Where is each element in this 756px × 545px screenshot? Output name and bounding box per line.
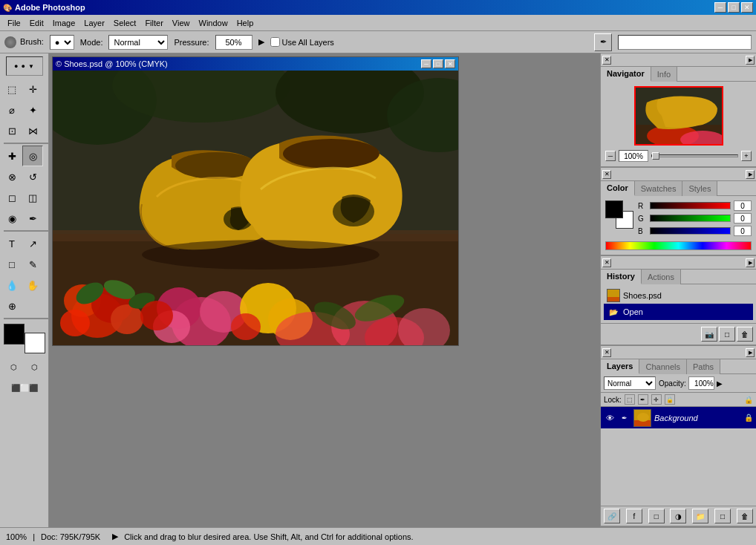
nav-zoom-slider-thumb[interactable]: [652, 152, 659, 160]
hand-tool[interactable]: ✋: [22, 275, 43, 296]
history-item-open[interactable]: 📂 Open: [604, 304, 753, 320]
layer-visibility-btn[interactable]: 👁: [604, 412, 616, 424]
brush-size-display[interactable]: ● ● ▼: [6, 56, 43, 76]
pressure-input[interactable]: [215, 35, 252, 50]
layers-close-btn[interactable]: ✕: [602, 348, 611, 357]
dodge-tool[interactable]: ◉: [1, 208, 22, 229]
new-layer-btn[interactable]: □: [714, 509, 731, 523]
color-spectrum[interactable]: [605, 241, 752, 250]
use-all-layers-checkbox[interactable]: [270, 37, 280, 47]
document-image[interactable]: [53, 71, 458, 345]
navigator-menu-btn[interactable]: ▶: [746, 56, 755, 65]
mode-select[interactable]: Normal: [108, 35, 168, 50]
history-menu-btn[interactable]: ▶: [746, 258, 755, 267]
tab-history[interactable]: History: [601, 270, 642, 284]
shape-tool[interactable]: □: [1, 254, 22, 275]
menu-filter[interactable]: Filter: [140, 17, 167, 29]
layer-mask-btn[interactable]: □: [648, 509, 665, 523]
pen-tool[interactable]: ✒: [22, 208, 43, 229]
healing-tool[interactable]: ✚: [1, 146, 22, 166]
g-input[interactable]: [734, 213, 752, 223]
nav-zoom-in-btn[interactable]: +: [741, 151, 752, 161]
tab-actions[interactable]: Actions: [642, 270, 681, 284]
minimize-button[interactable]: ─: [714, 2, 726, 13]
close-button[interactable]: ✕: [741, 2, 753, 13]
history-item-snapshot[interactable]: Shoes.psd: [604, 287, 753, 304]
navigator-close-btn[interactable]: ✕: [602, 56, 611, 65]
g-slider[interactable]: [650, 215, 731, 222]
brush-size-select[interactable]: ●: [50, 35, 74, 50]
quick-mask[interactable]: ⬡: [25, 356, 45, 377]
screen-mode[interactable]: ⬛⬜⬛: [4, 377, 45, 398]
menu-select[interactable]: Select: [109, 17, 141, 29]
eraser-tool[interactable]: ◻: [1, 187, 22, 208]
menu-file[interactable]: File: [3, 17, 25, 29]
color-close-btn[interactable]: ✕: [602, 170, 611, 179]
brush-preview-btn[interactable]: ✒: [594, 33, 612, 51]
new-group-btn[interactable]: 📁: [692, 509, 708, 523]
standard-mode[interactable]: ⬡: [4, 356, 25, 377]
lock-position-btn[interactable]: ✛: [651, 394, 662, 405]
delete-layer-btn[interactable]: 🗑: [737, 509, 753, 523]
lock-all-btn[interactable]: 🔒: [665, 394, 675, 405]
zoom-tool[interactable]: ⊕: [1, 296, 22, 316]
layer-item-background[interactable]: 👁 ✒ Background 🔒: [601, 407, 756, 429]
opacity-input[interactable]: [688, 376, 714, 390]
doc-minimize-btn[interactable]: ─: [421, 59, 431, 68]
path-select-tool[interactable]: ↗: [22, 233, 43, 254]
r-slider[interactable]: [650, 202, 731, 209]
menu-edit[interactable]: Edit: [25, 17, 48, 29]
notes-tool[interactable]: ✎: [22, 254, 43, 275]
nav-zoom-out-btn[interactable]: ─: [605, 151, 616, 161]
magic-wand-tool[interactable]: ✦: [22, 99, 43, 120]
background-color[interactable]: [25, 333, 45, 353]
nav-zoom-input[interactable]: 100%: [619, 150, 648, 162]
b-slider[interactable]: [650, 227, 731, 235]
tab-info[interactable]: Info: [651, 67, 677, 82]
fg-color-swatch[interactable]: [605, 200, 623, 218]
lock-transparent-btn[interactable]: ⬚: [625, 394, 635, 405]
layers-menu-btn[interactable]: ▶: [746, 348, 755, 357]
stamp-tool[interactable]: ⊗: [1, 166, 22, 187]
tab-navigator[interactable]: Navigator: [601, 67, 651, 82]
tab-channels[interactable]: Channels: [639, 359, 686, 374]
tab-paths[interactable]: Paths: [687, 359, 720, 374]
maximize-button[interactable]: □: [728, 2, 740, 13]
menu-layer[interactable]: Layer: [79, 17, 109, 29]
color-menu-btn[interactable]: ▶: [746, 170, 755, 179]
adjustment-layer-btn[interactable]: ◑: [670, 509, 686, 523]
history-brush-tool[interactable]: ↺: [22, 166, 43, 187]
marquee-tool[interactable]: ⬚: [1, 79, 22, 99]
menu-window[interactable]: Window: [195, 17, 232, 29]
tab-styles[interactable]: Styles: [682, 181, 717, 196]
lock-image-btn[interactable]: ✒: [638, 394, 648, 405]
menu-help[interactable]: Help: [232, 17, 258, 29]
lasso-tool[interactable]: ⌀: [1, 99, 22, 120]
new-snapshot-btn[interactable]: 📷: [701, 327, 717, 342]
link-layers-btn[interactable]: 🔗: [604, 509, 620, 523]
menu-image[interactable]: Image: [48, 17, 80, 29]
doc-restore-btn[interactable]: □: [433, 59, 443, 68]
menu-view[interactable]: View: [168, 17, 195, 29]
blend-mode-select[interactable]: Normal: [604, 376, 656, 390]
slice-tool[interactable]: ⋈: [22, 120, 43, 141]
crop-tool[interactable]: ⊡: [1, 120, 22, 141]
text-tool[interactable]: T: [1, 233, 22, 254]
navigator-thumbnail[interactable]: [634, 86, 723, 146]
foreground-color[interactable]: [4, 324, 25, 345]
eyedropper-tool[interactable]: 💧: [1, 275, 22, 296]
r-input[interactable]: [734, 200, 752, 211]
history-close-btn[interactable]: ✕: [602, 258, 611, 267]
tab-layers[interactable]: Layers: [601, 359, 639, 374]
tab-color[interactable]: Color: [601, 181, 635, 196]
move-tool[interactable]: ✛: [22, 79, 43, 99]
delete-state-btn[interactable]: 🗑: [737, 327, 753, 342]
nav-zoom-slider-track[interactable]: [651, 154, 738, 157]
blur-tool[interactable]: ◎: [22, 146, 43, 166]
doc-close-btn[interactable]: ✕: [445, 59, 455, 68]
b-input[interactable]: [734, 226, 752, 236]
new-document-btn[interactable]: □: [719, 327, 735, 342]
tab-swatches[interactable]: Swatches: [635, 181, 683, 196]
gradient-tool[interactable]: ◫: [22, 187, 43, 208]
layer-style-btn[interactable]: f: [626, 509, 642, 523]
